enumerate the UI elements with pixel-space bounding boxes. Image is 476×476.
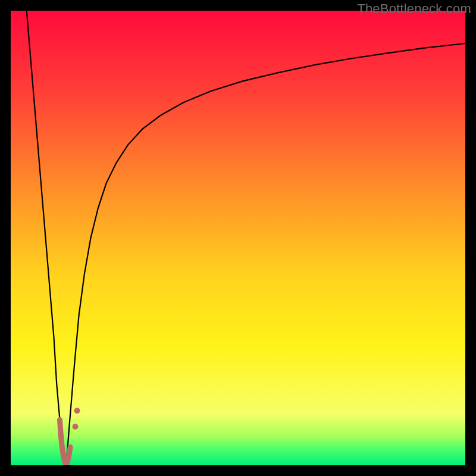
curve-layer	[11, 11, 465, 465]
watermark-text: TheBottleneck.com	[357, 1, 471, 17]
series-marker-dots-dot	[74, 408, 80, 414]
plot-area	[11, 11, 465, 465]
series-marker-dots-dot	[72, 424, 78, 430]
series-bottleneck-right	[66, 43, 465, 465]
chart-frame: TheBottleneck.com	[0, 0, 476, 476]
series-bottleneck-left	[27, 11, 66, 465]
